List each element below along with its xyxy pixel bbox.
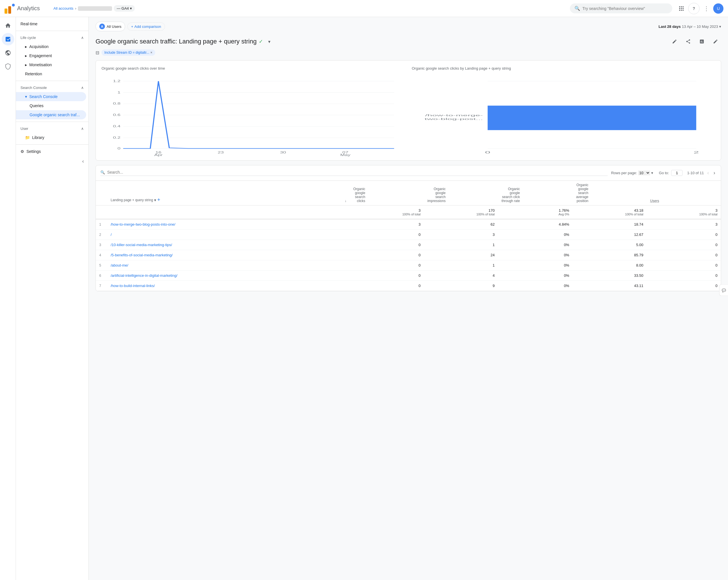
- nav-library[interactable]: 📁 Library: [16, 133, 86, 142]
- insights-button[interactable]: [696, 36, 707, 47]
- rail-reports[interactable]: [2, 33, 14, 46]
- edit-pencil-button[interactable]: [710, 36, 721, 47]
- search-bar[interactable]: 🔍: [570, 3, 672, 13]
- share-button[interactable]: [682, 36, 694, 47]
- svg-text:Apr: Apr: [154, 154, 163, 157]
- filter-chip-close[interactable]: ×: [151, 51, 152, 55]
- row-3-dim[interactable]: /10-killer-social-media-marketing-tips/: [107, 240, 325, 250]
- nav-google-organic[interactable]: Google organic search traf...: [16, 110, 86, 119]
- table-row: 4 /5-benefits-of-social-media-marketing/…: [96, 250, 721, 260]
- help-button[interactable]: ?: [688, 3, 700, 14]
- th-sort-icon[interactable]: ↓: [325, 181, 350, 205]
- reports-icon: [5, 36, 11, 42]
- nav-queries[interactable]: Queries: [16, 101, 86, 110]
- nav-acquisition[interactable]: ▸ Acquisition: [16, 42, 86, 51]
- add-dimension-button[interactable]: +: [157, 197, 160, 203]
- edit-report-icon: [672, 39, 677, 44]
- pagination-area: Rows per page: 10 25 50 100 ▾ Go to: 1-1…: [611, 169, 716, 177]
- th-clicks[interactable]: Organicgooglesearchclicks: [350, 181, 424, 205]
- user-section-label: User: [21, 127, 28, 131]
- row-1-dim[interactable]: /how-to-merge-two-blog-posts-into-one/: [107, 219, 325, 230]
- nav-lifecycle-header[interactable]: Life cycle ∧: [16, 33, 88, 42]
- table-toolbar: 🔍 Rows per page: 10 25 50 100 ▾: [96, 165, 721, 181]
- position-sort-button[interactable]: Organicgooglesearchaverageposition: [576, 183, 588, 203]
- clicks-sort-button[interactable]: Organicgooglesearchclicks: [353, 187, 365, 203]
- row-6-position: 33.50: [573, 271, 647, 281]
- th-row-num: [96, 181, 107, 205]
- rail-advertising[interactable]: [2, 60, 14, 73]
- ctr-sort-button[interactable]: Organicgooglesearch clickthrough rate: [502, 187, 520, 203]
- nav-settings[interactable]: ⚙ Settings: [16, 147, 86, 156]
- filter-chip[interactable]: Include Stream ID = digitaltr... ×: [102, 50, 155, 56]
- row-6-clicks: 0: [350, 271, 424, 281]
- totals-users-pct: 100% of total: [650, 213, 718, 216]
- avatar[interactable]: U: [713, 3, 724, 13]
- next-page-button[interactable]: ›: [712, 169, 716, 177]
- all-accounts-link[interactable]: All accounts: [53, 6, 73, 10]
- apps-button[interactable]: [676, 3, 687, 14]
- row-7-clicks: 0: [350, 281, 424, 291]
- row-4-num: 4: [96, 250, 107, 260]
- goto-input[interactable]: [671, 170, 682, 176]
- row-2-dim[interactable]: /: [107, 230, 325, 240]
- more-button[interactable]: ⋮: [701, 3, 712, 14]
- row-3-impressions: 1: [424, 240, 498, 250]
- bar-chart-title: Organic google search clicks by Landing …: [412, 66, 715, 71]
- breadcrumb-arrow: ›: [75, 6, 76, 10]
- row-5-num: 5: [96, 260, 107, 271]
- row-2-clicks: 0: [350, 230, 424, 240]
- nav-engagement[interactable]: ▸ Engagement: [16, 51, 86, 60]
- rail-home[interactable]: [2, 19, 14, 32]
- totals-impressions: 170 100% of total: [424, 205, 498, 219]
- feedback-widget[interactable]: 💬: [719, 284, 728, 296]
- row-3-sort-cell: [325, 240, 350, 250]
- date-range-selector[interactable]: Last 28 days 13 Apr – 10 May 2023 ▾: [659, 24, 721, 29]
- settings-label: Settings: [26, 149, 41, 154]
- nav-realtime[interactable]: Real-time: [16, 19, 86, 28]
- search-input[interactable]: [582, 6, 668, 11]
- rail-explore[interactable]: [2, 47, 14, 59]
- all-users-chip[interactable]: A All Users: [96, 22, 125, 31]
- search-icon: 🔍: [574, 6, 580, 11]
- svg-point-2: [12, 4, 15, 6]
- edit-report-button[interactable]: [669, 36, 680, 47]
- row-4-dim[interactable]: /5-benefits-of-social-media-marketing/: [107, 250, 325, 260]
- rows-per-page-select[interactable]: 10 25 50 100: [638, 170, 650, 175]
- row-5-dim[interactable]: /about-me/: [107, 260, 325, 271]
- engagement-chevron: ▸: [25, 53, 27, 58]
- collapse-sidebar-button[interactable]: ‹: [16, 156, 88, 167]
- table-search-input[interactable]: [107, 170, 164, 174]
- prev-page-button[interactable]: ‹: [706, 169, 710, 177]
- title-dropdown-button[interactable]: ▾: [265, 37, 273, 46]
- nav-search-console-section[interactable]: Search Console ∧: [16, 83, 88, 92]
- dim-dropdown-chevron[interactable]: ▾: [154, 198, 156, 202]
- row-6-ctr: 0%: [498, 271, 573, 281]
- totals-clicks-pct: 100% of total: [353, 213, 421, 216]
- th-position[interactable]: Organicgooglesearchaverageposition: [573, 181, 647, 205]
- th-impressions[interactable]: Organicgooglesearchimpressions: [424, 181, 498, 205]
- th-users[interactable]: Users: [647, 181, 721, 205]
- impressions-sort-button[interactable]: Organicgooglesearchimpressions: [427, 187, 446, 203]
- nav-monetisation[interactable]: ▸ Monetisation: [16, 60, 86, 70]
- th-ctr[interactable]: Organicgooglesearch clickthrough rate: [498, 181, 573, 205]
- row-7-dim[interactable]: /how-to-build-internal-links/: [107, 281, 325, 291]
- nav-search-console[interactable]: ▾ Search Console: [16, 92, 86, 101]
- users-sort-button[interactable]: Users: [650, 199, 659, 203]
- svg-text:two-blog-post...: two-blog-post...: [424, 118, 483, 121]
- row-5-clicks: 0: [350, 260, 424, 271]
- ctr-col-label: Organicgooglesearch clickthrough rate: [502, 187, 520, 203]
- ga4-badge[interactable]: — GA4 ▾: [114, 5, 135, 12]
- svg-point-5: [682, 6, 684, 7]
- row-6-dim[interactable]: /artificial-intelligence-in-digital-mark…: [107, 271, 325, 281]
- page-title: Google organic search traffic: Landing p…: [96, 37, 273, 46]
- acquisition-chevron: ▸: [25, 44, 27, 49]
- nav-retention[interactable]: Retention: [16, 70, 86, 78]
- add-comparison-button[interactable]: + Add comparison: [127, 23, 165, 31]
- row-3-position: 5.00: [573, 240, 647, 250]
- dim-header: Landing page + query string ▾ +: [111, 197, 321, 203]
- nav-user-section[interactable]: User ∧: [16, 124, 88, 133]
- row-7-ctr: 0%: [498, 281, 573, 291]
- svg-text:23: 23: [218, 150, 224, 154]
- dimension-sort-button[interactable]: Landing page + query string: [111, 198, 153, 202]
- nav-divider-2: [16, 81, 88, 81]
